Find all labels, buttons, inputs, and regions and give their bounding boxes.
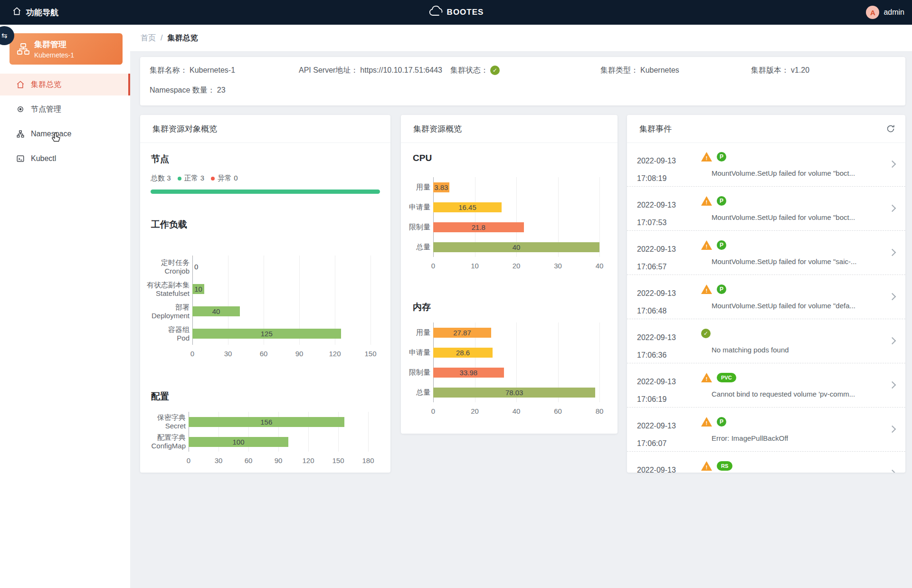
events-list: 2022-09-1317:08:19!PMountVolume.SetUp fa… <box>627 142 905 473</box>
panel-events: 集群事件 2022-09-1317:08:19!PMountVolume.Set… <box>627 115 905 473</box>
axis-tick-label: 150 <box>328 456 349 465</box>
chevron-right-icon[interactable] <box>889 470 896 473</box>
event-timestamp: 2022-09-1317:07:53 <box>637 196 676 231</box>
section-node-title: 节点 <box>151 153 169 165</box>
chevron-right-icon[interactable] <box>889 161 896 168</box>
node-health-bar <box>151 190 380 194</box>
info-field-value: v1.20 <box>791 66 809 75</box>
chart-category-label: 限制量 <box>401 362 430 382</box>
panel-title: 集群事件 <box>627 115 905 143</box>
sidebar-menu: 集群总览节点管理NamespaceKubectl <box>0 74 130 172</box>
event-row[interactable]: 2022-09-1317:06:36✓No matching pods foun… <box>627 319 905 363</box>
chart-category-label: 保密字典Secret <box>140 412 186 432</box>
info-field-2: 集群状态：✓ <box>450 65 500 76</box>
event-message: MountVolume.SetUp failed for volume "def… <box>712 302 855 310</box>
event-message: Error: ImagePullBackOff <box>712 434 788 442</box>
legend-item-1: 正常 3 <box>178 174 205 183</box>
chevron-right-icon[interactable] <box>889 249 896 256</box>
legend-item-0: 总数 3 <box>151 174 171 183</box>
sidebar-item-overview[interactable]: 集群总览 <box>0 74 130 95</box>
warning-icon: ! <box>701 373 712 382</box>
chart-value-label: 3.83 <box>433 182 449 192</box>
event-time: 17:06:19 <box>637 390 676 408</box>
event-row[interactable]: 2022-09-1317:08:19!PMountVolume.SetUp fa… <box>627 142 905 187</box>
home-icon <box>12 7 21 18</box>
event-message: No matching pods found <box>712 346 789 354</box>
chart-value-label: 28.6 <box>433 348 493 358</box>
breadcrumb-home[interactable]: 首页 <box>141 33 156 43</box>
info-field-3: 集群类型：Kubernetes <box>600 65 679 76</box>
warning-icon: ! <box>701 285 712 294</box>
nav-menu-button[interactable]: 功能导航 <box>12 0 58 25</box>
event-time: 17:06:36 <box>637 346 676 364</box>
event-date: 2022-09-13 <box>637 285 676 302</box>
nav-label: 功能导航 <box>26 7 58 18</box>
chart-value-label: 100 <box>189 437 288 447</box>
chart-value-label: 0 <box>194 262 198 272</box>
sidebar-item-kubectl[interactable]: Kubectl <box>0 148 130 170</box>
axis-tick-label: 20 <box>506 262 527 270</box>
event-row[interactable]: 2022-09-1317:05:34!RS <box>627 452 905 473</box>
event-date: 2022-09-13 <box>637 461 676 473</box>
sidebar-item-label: 节点管理 <box>31 104 61 114</box>
event-row[interactable]: 2022-09-1317:06:48!PMountVolume.SetUp fa… <box>627 275 905 319</box>
axis-tick-label: 180 <box>358 456 379 465</box>
sidebar-item-nodes[interactable]: 节点管理 <box>0 98 130 120</box>
chart-value-label: 125 <box>192 329 341 339</box>
legend-item-2: 异常 0 <box>211 174 238 183</box>
chevron-right-icon[interactable] <box>889 381 896 389</box>
event-timestamp: 2022-09-1317:05:34 <box>637 461 676 473</box>
app-root: 功能导航 BOOTES A admin ⇆ 集群管理 Kubernetes-1 … <box>0 0 912 588</box>
axis-tick-label: 30 <box>218 350 238 358</box>
event-row[interactable]: 2022-09-1317:06:19!PVCCannot bind to req… <box>627 363 905 408</box>
warning-icon: ! <box>701 196 712 206</box>
chevron-right-icon[interactable] <box>889 293 896 301</box>
event-time: 17:08:19 <box>637 170 676 187</box>
event-row[interactable]: 2022-09-1317:06:57!PMountVolume.SetUp fa… <box>627 231 905 275</box>
chart-value-label: 156 <box>189 417 344 427</box>
chart-gridline <box>368 412 369 452</box>
axis-tick-label: 80 <box>589 407 610 415</box>
info-field-0: 集群名称：Kubernetes-1 <box>150 65 235 76</box>
chart-category-label: 申请量 <box>401 197 430 217</box>
event-row[interactable]: 2022-09-1317:06:07!PError: ImagePullBack… <box>627 408 905 452</box>
event-badges: !P <box>701 196 726 206</box>
info-field-value: 23 <box>217 86 226 95</box>
pod-badge: P <box>717 417 726 427</box>
axis-tick-label: 20 <box>465 407 485 415</box>
event-badges: !P <box>701 285 726 294</box>
namespace-icon <box>16 130 25 138</box>
event-time: 17:06:57 <box>637 258 676 275</box>
chart-value-label: 16.45 <box>433 202 502 212</box>
event-date: 2022-09-13 <box>637 329 676 346</box>
event-message: MountVolume.SetUp failed for volume "boc… <box>712 169 855 177</box>
axis-tick-label: 0 <box>178 456 199 465</box>
refresh-icon[interactable] <box>886 124 895 135</box>
success-check-icon: ✓ <box>701 329 711 338</box>
sidebar-item-namespace[interactable]: Namespace <box>0 123 130 145</box>
axis-tick-label: 30 <box>208 456 229 465</box>
chart-category-label: 用量 <box>401 322 430 342</box>
event-date: 2022-09-13 <box>637 196 676 214</box>
axis-tick-label: 120 <box>298 456 319 465</box>
event-badges: !P <box>701 417 726 427</box>
info-field-label: 集群版本： <box>751 66 789 76</box>
chart-value-label: 21.8 <box>433 222 524 232</box>
username: admin <box>884 8 904 17</box>
user-menu[interactable]: A admin <box>866 0 904 25</box>
chevron-right-icon[interactable] <box>889 205 896 212</box>
panel-resource-objects: 集群资源对象概览 节点 总数 3正常 3异常 0 工作负载 0306090120… <box>140 115 390 473</box>
cpu-chart: 010203040用量3.83申请量16.45限制量21.8总量40 <box>401 177 615 277</box>
cluster-card[interactable]: 集群管理 Kubernetes-1 <box>10 33 123 65</box>
avatar: A <box>866 6 879 19</box>
legend-text: 总数 3 <box>151 174 171 183</box>
legend-dot <box>211 177 215 180</box>
axis-tick-label: 0 <box>423 407 444 415</box>
chevron-right-icon[interactable] <box>889 337 896 345</box>
event-date: 2022-09-13 <box>637 240 676 258</box>
event-timestamp: 2022-09-1317:06:19 <box>637 373 676 408</box>
chevron-right-icon[interactable] <box>889 426 896 433</box>
breadcrumb-current: 集群总览 <box>167 33 198 43</box>
event-row[interactable]: 2022-09-1317:07:53!PMountVolume.SetUp fa… <box>627 187 905 231</box>
sidebar-item-label: Kubectl <box>31 154 56 163</box>
